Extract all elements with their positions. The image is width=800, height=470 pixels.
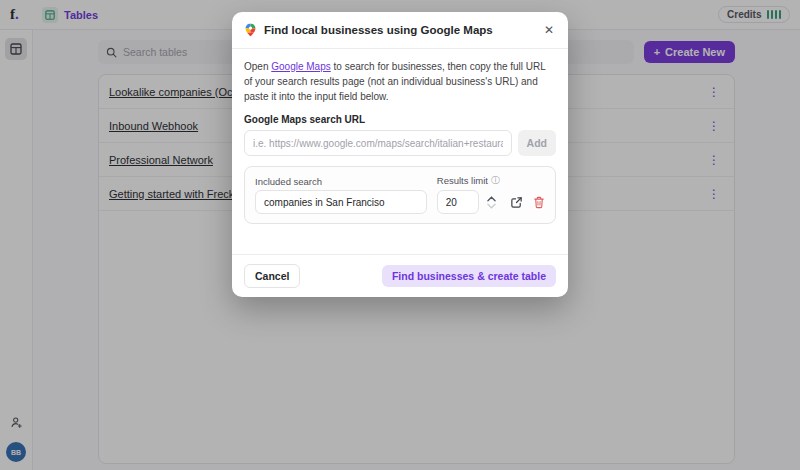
add-button[interactable]: Add — [518, 130, 556, 156]
modal-intro-text: Open Google Maps to search for businesse… — [244, 59, 556, 104]
url-field-label: Google Maps search URL — [244, 114, 556, 125]
trash-icon — [533, 196, 545, 209]
url-input-row: Add — [244, 130, 556, 156]
cancel-button[interactable]: Cancel — [244, 264, 300, 288]
find-businesses-button[interactable]: Find businesses & create table — [382, 265, 556, 287]
search-entry-card: Included search Results limitⓘ — [244, 166, 556, 224]
chevron-down-icon — [487, 203, 496, 209]
results-limit-stepper[interactable] — [487, 190, 496, 214]
maps-url-input[interactable] — [244, 130, 512, 156]
delete-search-button[interactable] — [533, 190, 545, 214]
open-external-button[interactable] — [510, 190, 523, 214]
info-icon: ⓘ — [491, 174, 500, 187]
google-maps-pin-icon — [244, 23, 257, 37]
included-search-label: Included search — [255, 176, 427, 187]
close-icon[interactable]: ✕ — [542, 22, 556, 38]
included-search-input[interactable] — [255, 190, 427, 214]
modal-body: Open Google Maps to search for businesse… — [232, 49, 568, 254]
results-limit-field: Results limitⓘ — [437, 174, 500, 214]
results-limit-label: Results limit — [437, 175, 488, 186]
modal-header: Find local businesses using Google Maps … — [232, 12, 568, 49]
modal-footer: Cancel Find businesses & create table — [232, 254, 568, 297]
google-maps-link[interactable]: Google Maps — [271, 61, 330, 72]
results-limit-input[interactable] — [437, 190, 479, 214]
included-search-field: Included search — [255, 176, 427, 214]
chevron-up-icon — [487, 196, 496, 202]
external-link-icon — [510, 196, 523, 209]
google-maps-modal: Find local businesses using Google Maps … — [232, 12, 568, 297]
modal-title: Find local businesses using Google Maps — [264, 24, 493, 36]
